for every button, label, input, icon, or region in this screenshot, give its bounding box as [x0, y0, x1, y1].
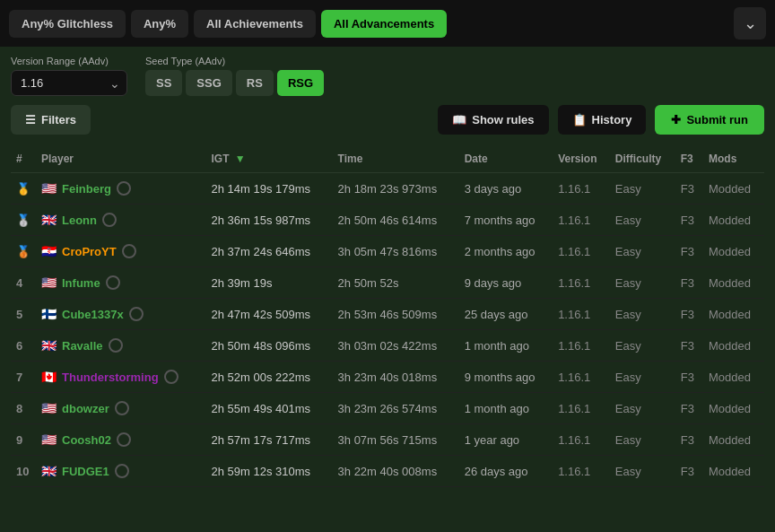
- col-mods: Mods: [703, 145, 764, 173]
- seed-ssg[interactable]: SSG: [186, 70, 231, 96]
- mods-cell: Modded: [703, 456, 764, 487]
- player-name[interactable]: Coosh02: [62, 433, 111, 447]
- player-name[interactable]: Ravalle: [62, 339, 103, 353]
- mods-cell: Modded: [703, 424, 764, 456]
- difficulty-cell: Easy: [610, 456, 675, 487]
- mods-cell: Modded: [703, 173, 764, 205]
- col-f3: F3: [675, 145, 703, 173]
- table-row: 9 🇺🇸 Coosh02 2h 57m 17s 717ms 3h 07m 56s…: [11, 424, 764, 456]
- time-cell: 2h 18m 23s 973ms: [333, 173, 459, 205]
- player-name[interactable]: Leonn: [62, 214, 97, 227]
- time-cell: 3h 03m 02s 422ms: [333, 330, 459, 362]
- time-cell: 3h 05m 47s 816ms: [333, 236, 459, 267]
- table-row: 5 🇫🇮 Cube1337x 2h 47m 42s 509ms 2h 53m 4…: [11, 299, 764, 330]
- filters-row: Version Range (AAdv) 1.16 1.17 1.18 Seed…: [0, 47, 775, 105]
- tab-all-achievements[interactable]: All Achievements: [194, 10, 316, 38]
- tab-any-glitchless[interactable]: Any% Glitchless: [9, 10, 126, 38]
- player-name[interactable]: CroProYT: [62, 245, 117, 258]
- version-cell: 1.16.1: [553, 424, 610, 456]
- difficulty-cell: Easy: [610, 330, 675, 362]
- seed-filter-group: Seed Type (AAdv) SS SSG RS RSG: [145, 56, 324, 96]
- version-cell: 1.16.1: [553, 173, 610, 205]
- version-cell: 1.16.1: [553, 393, 610, 424]
- rank-cell: 🥇: [11, 173, 36, 205]
- date-cell: 3 days ago: [459, 173, 553, 205]
- filters-label: Filters: [41, 113, 76, 126]
- show-rules-button[interactable]: 📖 Show rules: [438, 105, 548, 135]
- flag-icon: 🇺🇸: [41, 181, 57, 196]
- seed-ss[interactable]: SS: [145, 70, 182, 96]
- circle-icon: [129, 307, 144, 321]
- igt-cell: 2h 36m 15s 987ms: [205, 205, 332, 236]
- version-filter-group: Version Range (AAdv) 1.16 1.17 1.18: [11, 56, 127, 96]
- history-button[interactable]: 📋 History: [558, 105, 647, 135]
- col-rank: #: [11, 145, 36, 173]
- tab-any[interactable]: Any%: [131, 10, 188, 38]
- player-cell: 🇺🇸 Coosh02: [36, 424, 205, 456]
- col-player: Player: [36, 145, 205, 173]
- player-name[interactable]: dbowzer: [62, 402, 109, 415]
- flag-icon: 🇭🇷: [41, 244, 57, 258]
- player-name[interactable]: Cube1337x: [62, 308, 124, 321]
- player-name[interactable]: Feinberg: [62, 182, 111, 196]
- igt-cell: 2h 47m 42s 509ms: [205, 299, 332, 330]
- rank-cell: 10: [11, 456, 36, 487]
- filters-button[interactable]: ☰ Filters: [11, 105, 91, 135]
- seed-label: Seed Type (AAdv): [145, 56, 324, 66]
- seed-rs[interactable]: RS: [236, 70, 274, 96]
- table-row: 4 🇺🇸 Infume 2h 39m 19s 2h 50m 52s 9 days…: [11, 267, 764, 299]
- submit-run-button[interactable]: ✚ Submit run: [655, 105, 764, 135]
- igt-cell: 2h 57m 17s 717ms: [205, 424, 332, 456]
- tab-all-advancements[interactable]: All Advancements: [321, 10, 447, 38]
- circle-icon: [106, 275, 120, 290]
- player-cell: 🇬🇧 Ravalle: [36, 330, 205, 362]
- f3-cell: F3: [675, 393, 703, 424]
- f3-cell: F3: [675, 267, 703, 299]
- col-time: Time: [333, 145, 459, 173]
- circle-icon: [164, 370, 179, 384]
- rank-cell: 6: [11, 330, 36, 362]
- table-row: 8 🇺🇸 dbowzer 2h 55m 49s 401ms 3h 23m 26s…: [11, 393, 764, 424]
- seed-rsg[interactable]: RSG: [277, 70, 324, 96]
- player-name[interactable]: Infume: [62, 276, 100, 290]
- mods-cell: Modded: [703, 299, 764, 330]
- version-select[interactable]: 1.16 1.17 1.18: [11, 70, 127, 96]
- circle-icon: [115, 401, 129, 415]
- sort-icon: ▼: [235, 153, 246, 165]
- date-cell: 7 months ago: [459, 205, 553, 236]
- igt-cell: 2h 55m 49s 401ms: [205, 393, 332, 424]
- time-cell: 2h 50m 46s 614ms: [333, 205, 459, 236]
- player-cell: 🇬🇧 Leonn: [36, 205, 205, 236]
- circle-icon: [117, 432, 131, 447]
- mods-cell: Modded: [703, 236, 764, 267]
- seed-buttons: SS SSG RS RSG: [145, 70, 324, 96]
- table-row: 10 🇬🇧 FUDGE1 2h 59m 12s 310ms 3h 22m 40s…: [11, 456, 764, 487]
- version-label: Version Range (AAdv): [11, 56, 127, 66]
- flag-icon: 🇺🇸: [41, 401, 57, 415]
- time-cell: 3h 23m 40s 018ms: [333, 362, 459, 393]
- filter-icon: ☰: [25, 113, 36, 126]
- player-name[interactable]: Thunderstorming: [62, 371, 159, 384]
- submit-label: Submit run: [686, 113, 748, 126]
- version-select-wrapper: 1.16 1.17 1.18: [11, 70, 127, 96]
- flag-icon: 🇫🇮: [41, 307, 57, 321]
- difficulty-cell: Easy: [610, 205, 675, 236]
- igt-cell: 2h 59m 12s 310ms: [205, 456, 332, 487]
- rank-cell: 🥈: [11, 205, 36, 236]
- dropdown-button[interactable]: ⌄: [734, 7, 766, 39]
- f3-cell: F3: [675, 362, 703, 393]
- player-cell: 🇺🇸 dbowzer: [36, 393, 205, 424]
- version-cell: 1.16.1: [553, 362, 610, 393]
- difficulty-cell: Easy: [610, 362, 675, 393]
- table-row: 🥇 🇺🇸 Feinberg 2h 14m 19s 179ms 2h 18m 23…: [11, 173, 764, 205]
- player-name[interactable]: FUDGE1: [62, 465, 109, 478]
- time-cell: 3h 07m 56s 715ms: [333, 424, 459, 456]
- igt-cell: 2h 52m 00s 222ms: [205, 362, 332, 393]
- flag-icon: 🇬🇧: [41, 213, 57, 227]
- time-cell: 2h 50m 52s: [333, 267, 459, 299]
- table-row: 7 🇨🇦 Thunderstorming 2h 52m 00s 222ms 3h…: [11, 362, 764, 393]
- rank-cell: 🥉: [11, 236, 36, 267]
- time-cell: 3h 22m 40s 008ms: [333, 456, 459, 487]
- rank-cell: 7: [11, 362, 36, 393]
- difficulty-cell: Easy: [610, 267, 675, 299]
